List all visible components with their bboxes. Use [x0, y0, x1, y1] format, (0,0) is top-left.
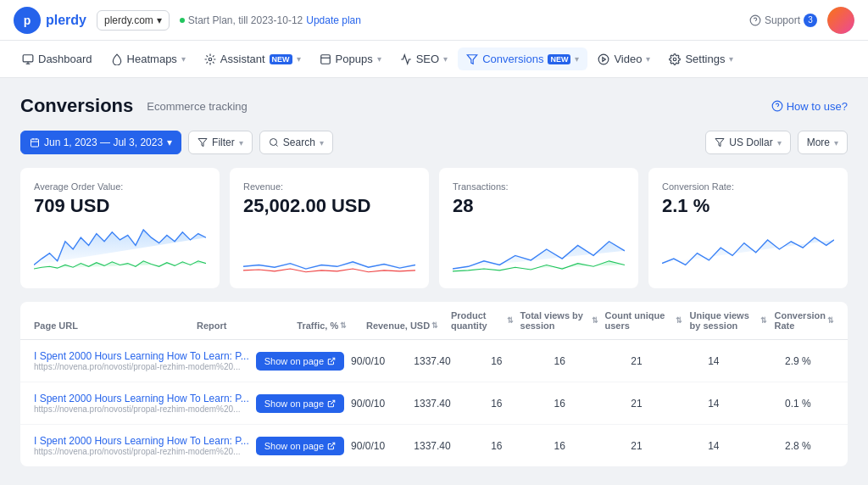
main-content: Conversions Ecommerce tracking How to us… [0, 78, 868, 483]
nav-settings-label: Settings [685, 53, 725, 65]
product-qty-sort-icon: ⇅ [507, 316, 514, 325]
filter-button[interactable]: Filter ▾ [188, 131, 253, 154]
row1-revenue: 1337.40 [414, 355, 484, 367]
nav-item-popups[interactable]: Popups ▾ [311, 47, 390, 70]
th-total-views[interactable]: Total views by session ⇅ [520, 310, 598, 331]
row3-report-cell: Show on page [256, 437, 344, 455]
row1-report-cell: Show on page [256, 352, 344, 371]
conv-rate-sort-icon: ⇅ [827, 316, 834, 325]
row2-traffic: 90/0/10 [351, 398, 407, 410]
nav-item-settings[interactable]: Settings ▾ [660, 47, 742, 70]
nav-item-dashboard[interactable]: Dashboard [14, 47, 101, 70]
nav-item-seo[interactable]: SEO ▾ [392, 47, 456, 70]
nav-heatmaps-label: Heatmaps [127, 53, 177, 65]
conversions-icon [466, 53, 478, 65]
aov-label: Average Order Value: [34, 181, 206, 192]
page-header: Conversions Ecommerce tracking How to us… [20, 95, 848, 117]
external-link-icon [327, 399, 336, 408]
table-row: I Spent 2000 Hours Learning How To Learn… [20, 382, 848, 425]
transactions-value: 28 [453, 195, 625, 217]
logo: p plerdy [14, 7, 86, 34]
row3-link[interactable]: I Spent 2000 Hours Learning How To Learn… [34, 435, 249, 447]
revenue-sparkline [243, 224, 415, 275]
svg-point-5 [209, 58, 212, 61]
help-icon [771, 100, 783, 112]
topbar: p plerdy plerdy.com ▾ Start Plan, till 2… [0, 0, 868, 41]
row1-show-on-page-button[interactable]: Show on page [256, 352, 344, 371]
svg-point-9 [599, 54, 609, 64]
svg-line-20 [275, 144, 277, 146]
row2-show-on-page-button[interactable]: Show on page [256, 394, 344, 413]
more-button[interactable]: More ▾ [798, 131, 848, 154]
th-report: Report [197, 321, 290, 331]
row2-url-cell: I Spent 2000 Hours Learning How To Learn… [34, 393, 249, 414]
svg-rect-14 [31, 139, 39, 147]
nav-item-assistant[interactable]: Assistant NEW ▾ [196, 47, 309, 70]
data-table: Page URL Report Traffic, % ⇅ Revenue, US… [20, 302, 848, 466]
currency-button[interactable]: US Dollar ▾ [705, 131, 790, 154]
th-conv-rate[interactable]: Conversion Rate ⇅ [774, 310, 834, 331]
external-link-icon [327, 442, 336, 450]
site-chevron-icon: ▾ [157, 14, 162, 26]
row2-url: https://novena.pro/novosti/propal-rezhim… [34, 404, 249, 414]
row3-conv-rate: 2.8 % [785, 440, 834, 452]
row1-conv-rate: 2.9 % [785, 355, 834, 367]
th-count-unique[interactable]: Count unique users ⇅ [605, 310, 683, 331]
monitor-icon [22, 53, 34, 65]
search-button[interactable]: Search ▾ [259, 131, 333, 154]
svg-point-19 [270, 139, 276, 146]
svg-marker-8 [467, 54, 477, 64]
row3-revenue: 1337.40 [414, 440, 484, 452]
row3-unique-views: 14 [708, 440, 778, 452]
table-row: I Spent 2000 Hours Learning How To Learn… [20, 340, 848, 382]
update-plan-link[interactable]: Update plan [306, 14, 361, 26]
svg-line-24 [331, 443, 335, 447]
date-range-button[interactable]: Jun 1, 2023 — Jul 3, 2023 ▾ [20, 131, 181, 154]
svg-rect-6 [320, 54, 330, 64]
more-chevron-icon: ▾ [834, 138, 838, 148]
filter-chevron-icon: ▾ [239, 138, 243, 148]
row2-unique-views: 14 [708, 398, 778, 410]
conversion-rate-sparkline [662, 224, 834, 275]
revenue-sort-icon: ⇅ [431, 321, 438, 330]
row3-show-on-page-button[interactable]: Show on page [256, 437, 344, 455]
nav-popups-label: Popups [336, 53, 373, 65]
svg-marker-18 [198, 139, 207, 147]
seo-icon [400, 53, 412, 65]
ai-icon [204, 53, 216, 65]
calendar-icon [30, 137, 40, 148]
th-traffic[interactable]: Traffic, % ⇅ [297, 321, 359, 331]
th-product-qty[interactable]: Product quantity ⇅ [451, 310, 514, 331]
popups-chevron-icon: ▾ [377, 54, 381, 64]
metric-card-aov: Average Order Value: 709 USD [20, 168, 220, 288]
row3-traffic: 90/0/10 [351, 440, 407, 452]
nav-item-video[interactable]: Video ▾ [589, 47, 659, 70]
svg-marker-10 [603, 57, 606, 61]
filter-label: Filter [212, 137, 235, 148]
nav-item-heatmaps[interactable]: Heatmaps ▾ [103, 47, 194, 70]
assistant-badge: NEW [270, 54, 292, 64]
svg-line-22 [331, 358, 335, 362]
row1-link[interactable]: I Spent 2000 Hours Learning How To Learn… [34, 350, 249, 362]
table-row: I Spent 2000 Hours Learning How To Learn… [20, 425, 848, 466]
row1-unique-views: 14 [708, 355, 778, 367]
aov-value: 709 USD [34, 195, 206, 217]
support-count: 3 [804, 14, 817, 27]
filter-icon [198, 137, 208, 148]
row1-url: https://novena.pro/novosti/propal-rezhim… [34, 362, 249, 371]
user-avatar[interactable] [827, 7, 854, 34]
th-unique-views[interactable]: Unique views by session ⇅ [689, 310, 767, 331]
nav-item-conversions[interactable]: Conversions NEW ▾ [458, 47, 587, 70]
table-header: Page URL Report Traffic, % ⇅ Revenue, US… [20, 302, 848, 340]
th-revenue[interactable]: Revenue, USD ⇅ [366, 321, 444, 331]
conversion-rate-label: Conversion Rate: [662, 181, 834, 192]
count-unique-sort-icon: ⇅ [676, 316, 682, 325]
row1-total-views: 16 [554, 355, 624, 367]
more-label: More [807, 137, 830, 148]
site-selector[interactable]: plerdy.com ▾ [97, 10, 170, 31]
row2-link[interactable]: I Spent 2000 Hours Learning How To Learn… [34, 393, 249, 404]
nav-dashboard-label: Dashboard [38, 53, 92, 65]
how-to-use-link[interactable]: How to use? [771, 100, 848, 113]
row2-revenue: 1337.40 [414, 398, 484, 410]
support-button[interactable]: Support 3 [749, 14, 817, 27]
